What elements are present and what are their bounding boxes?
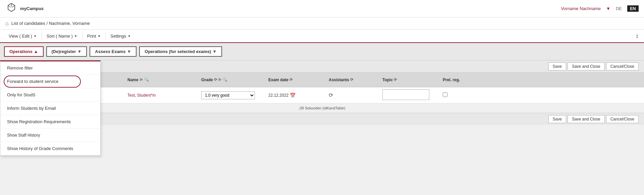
show-reg-req-label: Show Registration Requirements	[7, 119, 71, 124]
only-studs-label: Only for StudS	[7, 92, 36, 97]
breadcrumb-bar: ⌂ List of candidates / Nachname, Vorname	[0, 17, 644, 30]
th-grade-flag-icon[interactable]: 🏳	[218, 78, 222, 82]
th-prel: Prel. reg.	[440, 78, 467, 82]
dropdown-item-show-staff-history[interactable]: Show Staff History	[0, 129, 100, 142]
th-assistants: Assistants ⟳	[326, 78, 380, 82]
show-history-grade-label: Show History of Grade Comments	[7, 146, 73, 151]
menu-bar: View ( Edit ) ▼ Sort ( Name ) ▼ Print ▼ …	[0, 30, 644, 43]
logo-icon	[5, 3, 17, 15]
operations-selected-label: Operations (for selected exams)	[145, 49, 211, 54]
operations-dropdown: Remove filter Forward to student service…	[0, 60, 101, 156]
cancel-close-button-top[interactable]: Cancel/Close	[606, 62, 639, 70]
menu-print[interactable]: Print ▼	[82, 32, 106, 41]
calendar-icon[interactable]: 📅	[290, 93, 296, 98]
assistants-refresh-button[interactable]: ⟳	[329, 92, 333, 98]
user-name[interactable]: Vorname Nachname	[561, 6, 601, 11]
date-field: 22.12.2022 📅	[268, 93, 323, 98]
td-grade: 1,0 very good	[199, 91, 266, 99]
dropdown-item-remove-filter[interactable]: Remove filter	[0, 61, 100, 75]
dropdown-item-forward-student[interactable]: Forward to student service	[0, 75, 100, 88]
menu-print-arrow: ▼	[97, 34, 101, 38]
dropdown-item-show-reg-req[interactable]: Show Registration Requirements	[0, 115, 100, 129]
cancel-close-button-bottom[interactable]: Cancel/Close	[606, 115, 639, 123]
dropdown-item-inform-students[interactable]: Inform Students by Email	[0, 102, 100, 115]
td-examdate: 22.12.2022 📅	[266, 93, 326, 98]
show-staff-history-label: Show Staff History	[7, 133, 40, 138]
th-examdate: Exam date ⟳	[266, 78, 326, 82]
top-right: Vorname Nachname ▼ DE EN	[561, 5, 639, 12]
th-name: Name 🏳 🔍	[125, 78, 199, 82]
th-name-label: Name	[127, 78, 139, 82]
remove-filter-label: Remove filter	[7, 65, 33, 70]
toolbar: Operations ▲ (De)register ▼ Assess Exams…	[0, 43, 644, 60]
menu-view-edit-label: View ( Edit )	[9, 34, 32, 39]
prel-reg-checkbox[interactable]	[443, 92, 447, 97]
status-text: ,09 Sekunden (idKandTable)	[299, 106, 345, 110]
th-examdate-refresh-icon[interactable]: ⟳	[289, 78, 292, 82]
td-prel	[440, 92, 467, 98]
th-topic: Topic ⟳	[380, 78, 440, 82]
exam-date-value: 22.12.2022	[268, 93, 288, 98]
td-assistants: ⟳	[326, 92, 380, 98]
th-grade: Grade ⟳ 🏳 🔍	[199, 78, 266, 82]
deregister-button[interactable]: (De)register ▼	[46, 46, 87, 57]
logo-text: myCampus	[20, 6, 44, 11]
topic-textarea[interactable]	[382, 89, 429, 100]
th-examdate-label: Exam date	[268, 78, 288, 82]
menu-settings[interactable]: Settings ▼	[105, 32, 136, 41]
deregister-label: (De)register	[52, 49, 76, 54]
home-icon[interactable]: ⌂	[5, 20, 9, 27]
lang-de-button[interactable]: DE	[616, 6, 622, 11]
th-topic-label: Topic	[382, 78, 393, 82]
th-grade-search-icon[interactable]: 🔍	[223, 78, 227, 82]
dropdown-item-show-history-grade[interactable]: Show History of Grade Comments	[0, 142, 100, 155]
td-name: Test, Student*in	[125, 93, 199, 98]
logo-area: myCampus	[5, 3, 44, 15]
td-name-value: Test, Student*in	[127, 93, 156, 98]
th-grade-label: Grade	[201, 78, 213, 82]
forward-student-label: Forward to student service	[7, 79, 58, 84]
breadcrumb-text: List of candidates / Nachname, Vorname	[11, 21, 90, 26]
menu-sort-name-arrow: ▼	[74, 34, 77, 38]
assess-exams-button[interactable]: Assess Exams ▼	[90, 46, 137, 57]
lang-en-button[interactable]: EN	[627, 5, 639, 12]
th-grade-refresh-icon[interactable]: ⟳	[214, 78, 217, 82]
deregister-arrow: ▼	[77, 49, 82, 54]
assess-exams-label: Assess Exams	[95, 49, 125, 54]
th-name-search-icon[interactable]: 🔍	[144, 78, 149, 82]
save-close-button-bottom[interactable]: Save and Close	[568, 115, 605, 123]
svg-line-2	[12, 5, 15, 7]
menu-view-edit-arrow: ▼	[34, 34, 37, 38]
save-close-button-top[interactable]: Save and Close	[568, 62, 605, 70]
th-name-flag-icon[interactable]: 🏳	[140, 78, 143, 82]
grade-select[interactable]: 1,0 very good	[201, 91, 255, 99]
sort-order-icon[interactable]: ↕	[636, 33, 639, 40]
menu-print-label: Print	[87, 34, 96, 39]
menu-settings-label: Settings	[110, 34, 126, 39]
dropdown-item-only-studs[interactable]: Only for StudS	[0, 88, 100, 102]
svg-line-3	[8, 5, 11, 7]
save-button-bottom[interactable]: Save	[548, 115, 566, 123]
menu-view-edit[interactable]: View ( Edit ) ▼	[4, 32, 42, 41]
td-topic	[380, 89, 440, 101]
operations-label: Operations	[9, 49, 33, 54]
th-topic-refresh-icon[interactable]: ⟳	[394, 78, 397, 82]
th-prel-label: Prel. reg.	[443, 78, 460, 82]
menu-settings-arrow: ▼	[127, 34, 131, 38]
operations-arrow: ▲	[34, 49, 38, 54]
menu-sort-name[interactable]: Sort ( Name ) ▼	[42, 32, 82, 41]
th-assistants-refresh-icon[interactable]: ⟳	[350, 78, 353, 82]
assess-exams-arrow: ▼	[127, 49, 131, 54]
operations-button[interactable]: Operations ▲	[4, 46, 44, 57]
inform-students-label: Inform Students by Email	[7, 106, 56, 111]
operations-selected-button[interactable]: Operations (for selected exams) ▼	[139, 46, 222, 57]
operations-selected-arrow: ▼	[212, 49, 217, 54]
top-bar: myCampus Vorname Nachname ▼ DE EN	[0, 0, 644, 17]
save-button-top[interactable]: Save	[548, 62, 566, 70]
user-dropdown-icon[interactable]: ▼	[606, 6, 610, 11]
menu-sort-name-label: Sort ( Name )	[47, 34, 73, 39]
th-assistants-label: Assistants	[329, 78, 349, 82]
